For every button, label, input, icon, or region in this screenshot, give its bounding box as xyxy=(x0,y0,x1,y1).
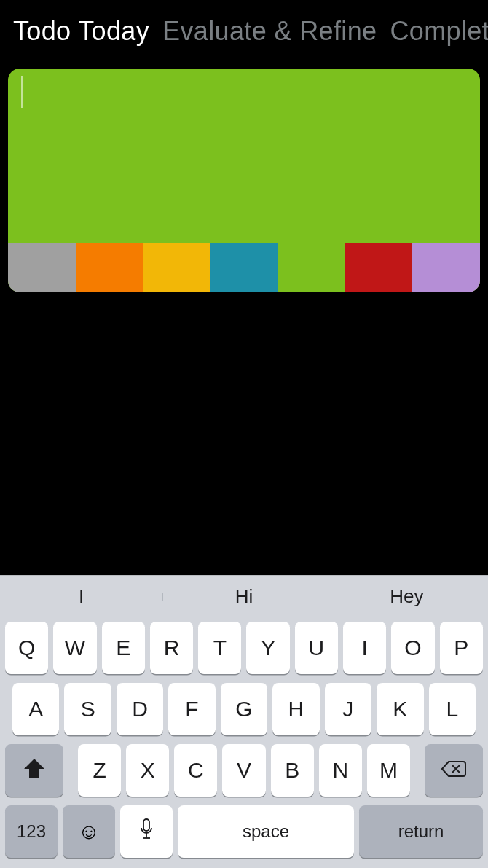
key-j[interactable]: J xyxy=(325,683,371,735)
key-f[interactable]: F xyxy=(168,683,215,735)
color-swatch-orange[interactable] xyxy=(76,243,143,292)
shift-icon xyxy=(23,758,45,783)
svg-rect-0 xyxy=(143,819,149,831)
key-g[interactable]: G xyxy=(221,683,267,735)
tab-todo-today[interactable]: Todo Today xyxy=(13,16,149,47)
key-space[interactable]: space xyxy=(178,805,354,858)
key-y[interactable]: Y xyxy=(246,622,289,674)
key-q[interactable]: Q xyxy=(5,622,48,674)
key-x[interactable]: X xyxy=(126,744,169,797)
key-z[interactable]: Z xyxy=(78,744,121,797)
key-e[interactable]: E xyxy=(102,622,145,674)
color-swatch-green[interactable] xyxy=(278,243,345,292)
key-a[interactable]: A xyxy=(12,683,59,735)
key-r[interactable]: R xyxy=(150,622,193,674)
key-w[interactable]: W xyxy=(53,622,96,674)
key-t[interactable]: T xyxy=(198,622,241,674)
suggestion-bar: I Hi Hey xyxy=(0,575,488,617)
key-d[interactable]: D xyxy=(117,683,163,735)
key-k[interactable]: K xyxy=(377,683,423,735)
new-todo-card xyxy=(8,69,480,292)
key-emoji[interactable]: ☺ xyxy=(63,805,115,858)
color-swatch-red[interactable] xyxy=(345,243,413,292)
color-picker xyxy=(8,243,480,292)
key-n[interactable]: N xyxy=(319,744,362,797)
key-shift[interactable] xyxy=(5,744,63,797)
keyboard: I Hi Hey Q W E R T Y U I O P A S D F G H… xyxy=(0,575,488,868)
key-m[interactable]: M xyxy=(367,744,410,797)
key-u[interactable]: U xyxy=(295,622,338,674)
key-v[interactable]: V xyxy=(222,744,265,797)
suggestion-1[interactable]: I xyxy=(0,585,162,608)
color-swatch-grey[interactable] xyxy=(8,243,76,292)
tab-completed[interactable]: Completed xyxy=(390,16,488,47)
key-123[interactable]: 123 xyxy=(5,805,58,858)
key-backspace[interactable] xyxy=(425,744,483,797)
tab-bar: Todo Today Evaluate & Refine Completed xyxy=(0,0,488,69)
color-swatch-yellow[interactable] xyxy=(143,243,210,292)
emoji-icon: ☺ xyxy=(78,821,101,842)
suggestion-2[interactable]: Hi xyxy=(162,585,325,608)
key-s[interactable]: S xyxy=(64,683,111,735)
key-i[interactable]: I xyxy=(343,622,386,674)
key-c[interactable]: C xyxy=(174,744,217,797)
backspace-icon xyxy=(441,758,466,783)
text-caret xyxy=(21,76,23,108)
color-swatch-purple[interactable] xyxy=(412,243,480,292)
suggestion-3[interactable]: Hey xyxy=(326,585,488,608)
key-h[interactable]: H xyxy=(272,683,319,735)
key-return[interactable]: return xyxy=(359,805,483,858)
key-b[interactable]: B xyxy=(271,744,314,797)
color-swatch-teal[interactable] xyxy=(210,243,278,292)
key-dictation[interactable] xyxy=(120,805,173,858)
microphone-icon xyxy=(139,818,154,845)
key-l[interactable]: L xyxy=(429,683,476,735)
key-p[interactable]: P xyxy=(440,622,483,674)
key-o[interactable]: O xyxy=(391,622,434,674)
tab-evaluate-refine[interactable]: Evaluate & Refine xyxy=(162,16,377,47)
